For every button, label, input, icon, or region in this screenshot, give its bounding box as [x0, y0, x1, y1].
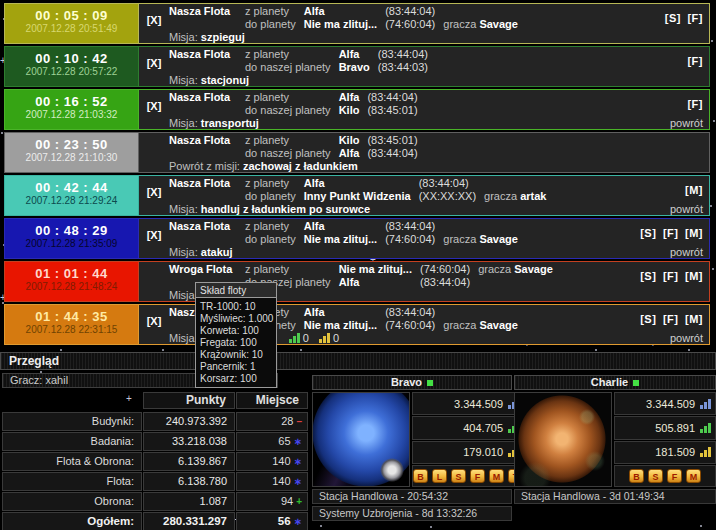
shortcut-buttons: BSFM — [614, 465, 716, 487]
status-bar: Stacja Handlowa - 20:54:32 — [312, 489, 512, 504]
dest-coords: (74:60:04) — [385, 319, 435, 332]
mission-line: Powrót z misji: zachowaj z ładunkiem — [169, 160, 695, 172]
dest-coords: (83:45:01) — [367, 104, 417, 117]
arrival-datetime: 2007.12.28 21:48:24 — [5, 281, 138, 293]
planet-header[interactable]: Charlie — [514, 375, 716, 390]
mission-label: Misja: — [169, 246, 198, 258]
return-label: powrót — [670, 203, 703, 215]
cancel-link[interactable] — [139, 262, 169, 301]
origin-planet: Alfa — [304, 220, 377, 233]
fleet-info: Nasza Flota z planety Kilo (83:45:01) do… — [169, 133, 709, 172]
mission-name: szpieguj — [201, 31, 245, 43]
metal-icon — [700, 399, 711, 409]
fleet-info: Nasza Flota z planety Alfa (83:44:04) [M… — [169, 176, 709, 215]
cancel-link[interactable] — [139, 133, 169, 172]
stat-points: 1.087 — [143, 492, 235, 511]
rank-value: 65 — [278, 433, 290, 450]
tooltip-item: Fregata: 100 — [200, 337, 272, 349]
dest-planet: Kilo — [339, 104, 360, 117]
shortcut-button-b[interactable]: B — [413, 469, 428, 483]
dest-coords: (83:44:04) — [420, 276, 470, 289]
dest-planet: Alfa — [339, 147, 360, 160]
status-list: Stacja Handlowa - 20:54:32Systemy Uzbroj… — [312, 489, 512, 521]
planet-image[interactable] — [514, 392, 612, 487]
cancel-link[interactable]: [X] — [139, 90, 169, 129]
fleet-name: Nasza Flota — [169, 5, 237, 18]
crystal-icon — [700, 423, 711, 433]
fleet-row: 00 : 48 : 29 2007.12.28 21:35:09 [X] Nas… — [4, 218, 710, 259]
resource-value: 3.344.509 — [454, 398, 503, 410]
fleet-composition-tooltip: Skład floty TR-1000: 10Myśliwiec: 1.000K… — [195, 282, 277, 388]
dest-preposition: do naszej planety — [245, 104, 331, 117]
mission-name: stacjonuj — [201, 74, 249, 86]
shortcut-button-s[interactable]: S — [648, 469, 663, 483]
countdown: 00 : 23 : 50 — [5, 137, 138, 152]
player-name: artak — [520, 190, 546, 202]
fleet-timer: 00 : 23 : 50 2007.12.28 21:10:30 — [5, 133, 139, 172]
resource-row: 179.010 — [412, 441, 524, 464]
arrival-datetime: 2007.12.28 21:29:24 — [5, 195, 138, 207]
resource-value: 179.010 — [463, 446, 503, 458]
dest-coords: (74:60:04) — [385, 233, 435, 246]
cancel-link[interactable]: [X] — [139, 219, 169, 258]
return-label: powrót — [670, 246, 703, 258]
mission-label: Powrót z misji: — [169, 160, 240, 172]
tooltip-item: Pancernik: 1 — [200, 361, 272, 373]
dest-planet: Nie ma zlituj... — [304, 319, 377, 332]
fleet-markers: [S] [F] [M] — [640, 227, 703, 240]
player-prefix: gracza — [443, 18, 476, 30]
status-list: Stacja Handlowa - 3d 01:49:34 — [514, 489, 716, 504]
stat-rank: 65∗ — [236, 432, 308, 451]
shortcut-button-l[interactable]: L — [432, 469, 447, 483]
cancel-link[interactable]: [X] — [139, 305, 169, 344]
rank-value: 94 — [281, 493, 293, 510]
shortcut-button-b[interactable]: B — [629, 469, 644, 483]
mission-name: atakuj — [201, 246, 233, 258]
planet-image[interactable] — [312, 392, 410, 487]
shortcut-button-f[interactable]: F — [667, 469, 682, 483]
mission-line: Misja: transportuj — [169, 117, 662, 129]
shortcut-button-m[interactable]: M — [686, 469, 701, 483]
origin-coords: (74:60:04) — [420, 263, 470, 276]
arrival-datetime: 2007.12.28 21:03:32 — [5, 109, 138, 121]
planet-resources: 3.344.509505.891181.509 BSFM — [614, 392, 716, 487]
stat-label: Budynki: — [2, 412, 142, 431]
countdown: 00 : 42 : 44 — [5, 180, 138, 195]
shortcut-button-s[interactable]: S — [451, 469, 466, 483]
countdown: 01 : 01 : 44 — [5, 266, 138, 281]
cancel-link[interactable]: [X] — [139, 4, 169, 43]
fleet-timer: 00 : 16 : 52 2007.12.28 21:03:32 — [5, 90, 139, 129]
shortcut-button-m[interactable]: M — [489, 469, 504, 483]
fleet-row: 00 : 42 : 44 2007.12.28 21:29:24 [X] Nas… — [4, 175, 710, 216]
tooltip-body: TR-1000: 10Myśliwiec: 1.000Korweta: 100F… — [195, 298, 277, 388]
cancel-link[interactable]: [X] — [139, 176, 169, 215]
rank-value: 56 — [278, 513, 291, 530]
dest-planet: Nie ma zlituj... — [304, 233, 377, 246]
mission-name: zachowaj z ładunkiem — [243, 160, 358, 172]
dest-coords: (83:44:03) — [378, 61, 428, 74]
countdown: 00 : 05 : 09 — [5, 8, 138, 23]
dest-coords: (74:60:04) — [385, 18, 435, 31]
planet-header[interactable]: Bravo — [312, 375, 512, 390]
dest-player — [478, 276, 632, 289]
origin-player — [426, 91, 662, 104]
crystal-icon — [289, 333, 300, 343]
rank-change: – — [296, 413, 302, 430]
origin-player — [443, 220, 632, 233]
fleet-timer: 00 : 05 : 09 2007.12.28 20:51:49 — [5, 4, 139, 43]
dest-preposition: do planety — [245, 18, 296, 31]
stat-points: 280.331.297 — [143, 512, 235, 530]
resource-row: 505.891 — [614, 416, 716, 439]
mission-label: Misja: — [169, 203, 198, 215]
cancel-link[interactable]: [X] — [139, 47, 169, 86]
fleet-timer: 00 : 10 : 42 2007.12.28 20:57:22 — [5, 47, 139, 86]
fleet-name: Nasza Flota — [169, 134, 237, 147]
shortcut-button-f[interactable]: F — [470, 469, 485, 483]
origin-preposition: z planety — [245, 177, 296, 190]
planet-panel-charlie: Charlie 3.344.509505.891181.509 BSFM Sta… — [514, 375, 716, 504]
resource-value: 3.344.509 — [646, 398, 695, 410]
fleet-row: 01 : 01 : 44 2007.12.28 21:48:24 Wroga F… — [4, 261, 710, 302]
origin-coords: (83:44:04) — [385, 5, 435, 18]
cargo-value: 0 — [333, 332, 339, 344]
dest-preposition: do naszej planety — [245, 61, 331, 74]
